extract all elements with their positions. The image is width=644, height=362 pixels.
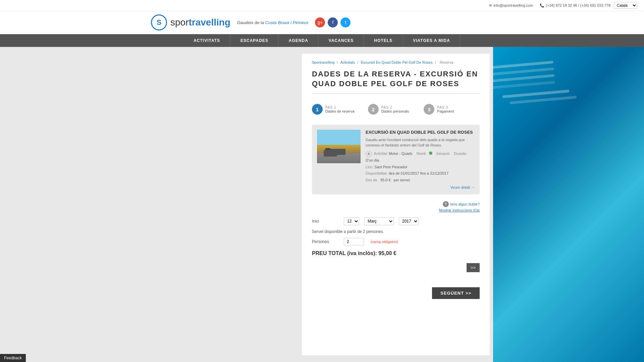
duracio-label: Durada: [454,152,467,156]
help-question[interactable]: ? tens algun dubte? [443,201,480,207]
activitat-value: Motor - Quads [389,152,412,156]
page-title: DADES DE LA RESERVA - EXCURSIÓ EN QUAD D… [312,69,480,94]
nav-hotels[interactable]: HOTELS [364,34,403,47]
activitat-label: Activitat: [374,152,388,156]
step-1-label: PAS 1 [325,106,355,109]
instructions-link[interactable]: Mostrar instruccions d'ús [312,208,480,212]
total-row: PREU TOTAL (iva inclòs): 95,00 € [312,250,480,256]
step-3-label: PAS 3 [437,106,454,109]
breadcrumb-sep2: / [358,60,360,64]
inici-label: Inici [312,219,339,224]
lloc-label: Lloc: [366,165,373,169]
feedback-button[interactable]: Feedback [0,354,26,362]
activity-price-row: Des de 95.0 € per servei [366,177,475,184]
persones-row: Persones (camp obligatori) [312,238,480,245]
social-icons: g+ f t [315,17,351,27]
email-link[interactable]: info@sportravelling.com [493,3,533,7]
help-area: ? tens algun dubte? Mostrar instruccions… [312,201,480,212]
activity-lloc-row: Lloc: Sant Pere Pescador [366,164,475,171]
tagline: Gaudeix de la Costa Brava i Pirineus [237,20,308,25]
logo-icon: S [151,14,167,31]
step-3: 3 PAS 3 Pagament [424,104,480,115]
des-de-value: 95.0 [380,178,387,182]
step-2-name: Dades personals [381,109,409,113]
activity-info: EXCURSIÓ EN QUAD DOBLE PEL GOLF DE ROSES… [366,130,475,189]
total-value: 95,00 € [378,250,396,256]
navigation: ACTIVITATS ESCAPADES AGENDA VACANCES HOT… [0,34,644,47]
facebook-icon[interactable]: f [328,17,338,27]
tagline-pre: Gaudeix de la [237,20,264,25]
breadcrumb-sep3: / [435,60,437,64]
nivell-label: Nivell: [417,152,427,156]
content-panel: Sportravelling / Activitats / Excursió E… [302,54,490,355]
twitter-icon[interactable]: t [340,17,351,27]
step-1-name: Dades de reserva [325,109,355,113]
logo-spor: spor [170,17,189,27]
persones-input[interactable] [344,238,364,245]
lloc-value: Sant Pere Pescador [374,165,407,169]
step-2-info: PAS 2 Dades personals [381,106,409,113]
breadcrumb-sep1: / [337,60,339,64]
activity-disponibilitat-row: Disponibilitat: des de 01/01/2017 fins a… [366,170,475,177]
day-select[interactable]: 12 [344,217,359,225]
seguent-button[interactable]: SEGÜENT >> [432,287,480,299]
breadcrumb: Sportravelling / Activitats / Excursió E… [312,60,480,64]
service-note: Servei disponible a partir de 2 persones… [312,229,480,234]
nav-vacances[interactable]: VACANCES [319,34,364,47]
activity-title: EXCURSIÓ EN QUAD DOBLE PEL GOLF DE ROSES [366,130,475,135]
step-2-circle: 2 [368,104,379,115]
email-icon: ✉ [489,3,492,8]
google-plus-icon[interactable]: g+ [315,17,325,27]
veure-detall-link[interactable]: Veure detall → [366,185,475,189]
background-ocean [493,47,644,362]
logo-text: sportravelling [170,17,230,28]
top-bar: ✉ info@sportravelling.com 📞 (+34) 972 18… [0,0,644,11]
duracio-value: D'un dia [366,158,379,162]
nav-agenda[interactable]: AGENDA [279,34,319,47]
steps-indicator: 1 PAS 1 Dades de reserva 2 PAS 2 Dades p… [312,99,480,120]
breadcrumb-activitats[interactable]: Activitats [340,60,355,64]
breadcrumb-excursio[interactable]: Excursió En Quad Doble Pel Golf De Roses [361,60,433,64]
main-wrapper: Sportravelling / Activitats / Excursió E… [0,47,644,362]
year-select[interactable]: 2017 2018 [399,217,419,225]
language-select[interactable]: Català Español English [614,2,637,9]
tagline-highlight: Costa Brava i Pirineus [265,20,309,25]
footer-buttons: SEGÜENT >> [312,282,480,299]
nav-escapades[interactable]: ESCAPADES [230,34,279,47]
activity-description: Gaudiu amb l'excitant conducció dels qua… [366,137,475,148]
currency: € [389,178,391,182]
disponibilitat-label: Disponibilitat: [366,171,387,175]
step-2: 2 PAS 2 Dades personals [368,104,424,115]
step-3-circle: 3 [424,104,434,115]
nav-activitats[interactable]: ACTIVITATS [183,34,230,47]
logo-area: S sportravelling Gaudeix de la Costa Bra… [151,14,308,31]
phone-icon: 📞 [540,3,544,8]
next-small-button[interactable]: >> [467,263,480,272]
step-1-info: PAS 1 Dades de reserva [325,106,355,113]
iniciacio-label: Iniciació [436,152,450,156]
activity-card: EXCURSIÓ EN QUAD DOBLE PEL GOLF DE ROSES… [312,125,480,194]
step-2-label: PAS 2 [381,106,409,109]
per-servei: per servei [394,178,410,182]
level-indicator [429,152,432,155]
disponibilitat-value: des de 01/01/2017 fins a 31/12/2017 [388,171,448,175]
breadcrumb-sportravelling[interactable]: Sportravelling [312,60,334,64]
step-3-info: PAS 3 Pagament [437,106,454,113]
inici-row: Inici 12 Març Gener Febrer Abril Maig Ju… [312,217,480,225]
total-label: PREU TOTAL (iva inclòs): [312,250,377,256]
header: S sportravelling Gaudeix de la Costa Bra… [0,11,644,34]
logo-travelling: travelling [189,17,230,27]
help-question-text: tens algun dubte? [450,202,480,206]
next-small-row: >> [312,263,480,276]
activity-activitat-row: ⚙ Activitat: Motor - Quads Nivell: Inici… [366,150,475,164]
month-select[interactable]: Març Gener Febrer Abril Maig Juny Juliol… [364,217,394,225]
step-1-circle: 1 [312,104,323,115]
step-3-name: Pagament [437,109,454,113]
phone-number: (+34) 972 18 32 46 / (+34) 691 033 778 [546,3,610,7]
step-1: 1 PAS 1 Dades de reserva [312,104,368,115]
des-de-label: Des de [366,178,377,182]
nav-viatges-mida[interactable]: VIATGES A MIDA [403,34,461,47]
question-mark-icon: ? [443,201,449,207]
breadcrumb-reserva: Reserva [440,60,453,64]
mandatory-note: (camp obligatori) [371,240,398,244]
